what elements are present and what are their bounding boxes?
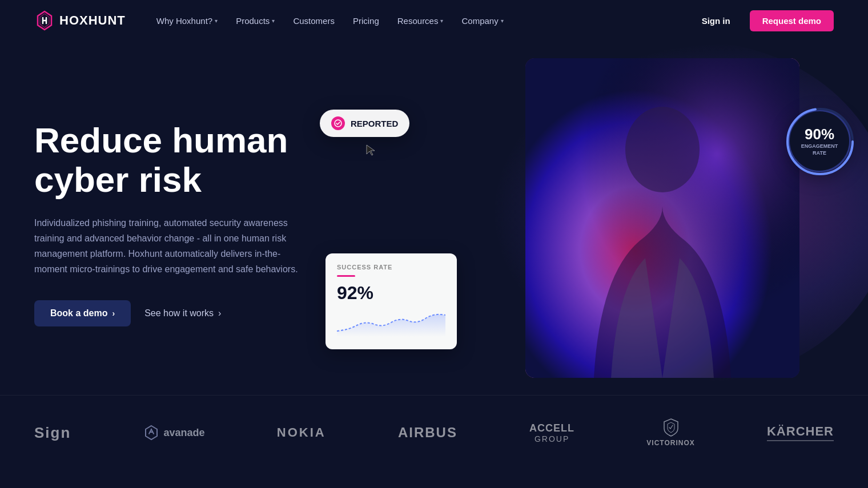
reported-icon	[331, 116, 345, 130]
hero-content: Reduce human cyber risk Individualized p…	[34, 121, 331, 326]
chevron-down-icon: ▾	[501, 18, 504, 24]
book-demo-button[interactable]: Book a demo ›	[34, 300, 131, 326]
success-rate-label: SUCCESS RATE	[337, 264, 445, 271]
signin-button[interactable]: Sign in	[689, 10, 743, 31]
reported-badge: REPORTED	[320, 110, 409, 137]
chevron-down-icon: ▾	[215, 18, 218, 24]
hero-person-image	[525, 58, 799, 378]
nav-customers[interactable]: Customers	[285, 11, 343, 30]
logos-section: Sign avanade NOKIA AIRBUS ACCELL GROUP V…	[0, 395, 868, 470]
hero-buttons: Book a demo › See how it works ›	[34, 300, 331, 326]
svg-point-2	[625, 107, 700, 192]
request-demo-button[interactable]: Request demo	[750, 10, 834, 31]
hero-section: Reduce human cyber risk Individualized p…	[0, 41, 868, 395]
navigation: HOXHUNT Why Hoxhunt? ▾ Products ▾ Custom…	[0, 0, 868, 41]
success-rate-bar	[337, 275, 355, 277]
chevron-down-icon: ▾	[440, 18, 443, 24]
logo-avanade: avanade	[143, 425, 205, 441]
success-rate-chart	[337, 308, 445, 337]
nav-resources[interactable]: Resources ▾	[389, 11, 452, 30]
nav-why-hoxhunt[interactable]: Why Hoxhunt? ▾	[148, 11, 226, 30]
chevron-down-icon: ▾	[272, 18, 275, 24]
nav-products[interactable]: Products ▾	[228, 11, 283, 30]
nav-pricing[interactable]: Pricing	[345, 11, 387, 30]
logo-sign: Sign	[34, 424, 71, 442]
cursor-icon	[365, 144, 377, 161]
logo-nokia: NOKIA	[277, 425, 326, 440]
arrow-right-icon: ›	[112, 309, 115, 318]
logo-accell-group: ACCELL GROUP	[529, 422, 574, 443]
success-rate-card: SUCCESS RATE 92%	[326, 253, 457, 349]
success-rate-percentage: 92%	[337, 283, 445, 304]
see-how-it-works-button[interactable]: See how it works ›	[144, 308, 221, 318]
nav-actions: Sign in Request demo	[689, 10, 834, 31]
brand-logo[interactable]: HOXHUNT	[34, 10, 126, 31]
nav-links: Why Hoxhunt? ▾ Products ▾ Customers Pric…	[148, 11, 689, 30]
hero-visual: REPORTED 90% ENGAGEMENTRATE SUCCESS RATE…	[331, 75, 834, 372]
hero-description: Individualized phishing training, automa…	[34, 215, 308, 277]
logo-victorinox: VICTORINOX	[646, 418, 694, 447]
reported-label: REPORTED	[351, 119, 398, 128]
engagement-rate-badge: 90% ENGAGEMENTRATE	[788, 110, 851, 172]
nav-company[interactable]: Company ▾	[453, 11, 511, 30]
hero-title: Reduce human cyber risk	[34, 121, 331, 199]
logo-airbus: AIRBUS	[398, 425, 457, 441]
logo-karcher: KÄRCHER	[767, 424, 834, 441]
chevron-right-icon: ›	[218, 308, 221, 318]
brand-name: HOXHUNT	[59, 13, 126, 28]
